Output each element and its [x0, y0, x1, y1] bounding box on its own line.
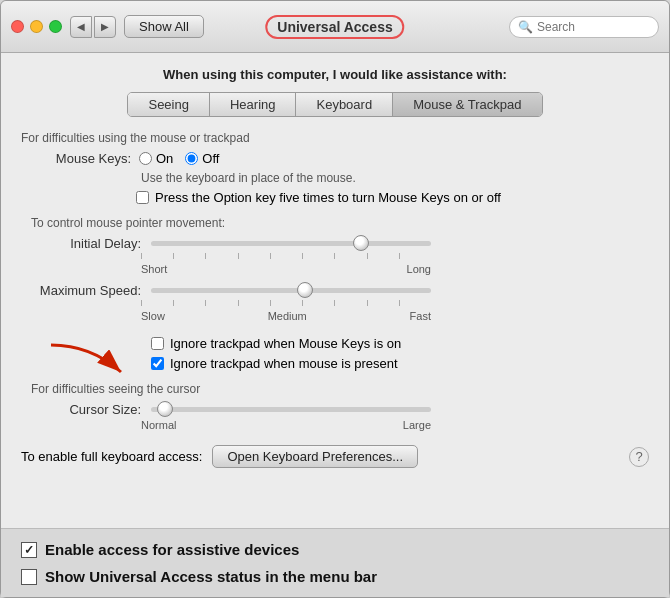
- initial-delay-section: Initial Delay: Short Long: [21, 236, 649, 275]
- cursor-size-thumb[interactable]: [157, 401, 173, 417]
- max-speed-label: Maximum Speed:: [31, 283, 141, 298]
- enable-assistive-row: ✓ Enable access for assistive devices: [21, 541, 649, 558]
- show-status-checkbox[interactable]: [21, 569, 37, 585]
- footer: ✓ Enable access for assistive devices Sh…: [1, 528, 669, 597]
- mouse-keys-on-radio[interactable]: [139, 152, 152, 165]
- mouse-keys-radio-group: On Off: [139, 151, 219, 166]
- ignore-trackpad-present-label: Ignore trackpad when mouse is present: [170, 356, 398, 371]
- initial-delay-track: [151, 241, 431, 246]
- max-speed-medium-label: Medium: [268, 310, 307, 322]
- mouse-keys-row: Mouse Keys: On Off: [21, 151, 649, 166]
- cursor-size-normal-label: Normal: [141, 419, 176, 431]
- help-button[interactable]: ?: [629, 447, 649, 467]
- initial-delay-thumb[interactable]: [353, 235, 369, 251]
- show-status-row: Show Universal Access status in the menu…: [21, 568, 649, 585]
- cursor-size-slider-section: Cursor Size: Normal Large: [21, 402, 649, 431]
- cursor-size-large-label: Large: [403, 419, 431, 431]
- show-status-label: Show Universal Access status in the menu…: [45, 568, 377, 585]
- max-speed-section: Maximum Speed: Slow Medium: [21, 283, 649, 322]
- option-key-row: Press the Option key five times to turn …: [21, 190, 649, 205]
- keyboard-prefs-button[interactable]: Open Keyboard Preferences...: [212, 445, 418, 468]
- initial-delay-row: Initial Delay:: [21, 236, 649, 251]
- max-speed-ticks: [21, 300, 441, 310]
- mouse-keys-section: For difficulties using the mouse or trac…: [21, 131, 649, 210]
- max-speed-thumb[interactable]: [297, 282, 313, 298]
- control-movement-label: To control mouse pointer movement:: [21, 216, 649, 230]
- close-button[interactable]: [11, 20, 24, 33]
- initial-delay-short-label: Short: [141, 263, 167, 275]
- ignore-trackpad-present-checkbox[interactable]: [151, 357, 164, 370]
- mouse-keys-on-option: On: [139, 151, 173, 166]
- ignore-trackpad-mouse-keys-label: Ignore trackpad when Mouse Keys is on: [170, 336, 401, 351]
- section1-title: For difficulties using the mouse or trac…: [21, 131, 649, 145]
- cursor-size-row: Cursor Size:: [21, 402, 649, 417]
- max-speed-slow-label: Slow: [141, 310, 165, 322]
- tab-seeing[interactable]: Seeing: [128, 93, 209, 116]
- mouse-keys-off-label: Off: [202, 151, 219, 166]
- keyboard-prefs-label: To enable full keyboard access:: [21, 449, 202, 464]
- tab-hearing[interactable]: Hearing: [210, 93, 297, 116]
- ignore-trackpad-mouse-keys-checkbox[interactable]: [151, 337, 164, 350]
- mouse-keys-off-radio[interactable]: [185, 152, 198, 165]
- title-area: Universal Access: [265, 19, 404, 35]
- enable-assistive-checkbox[interactable]: ✓: [21, 542, 37, 558]
- traffic-lights: [11, 20, 62, 33]
- hint-text: Use the keyboard in place of the mouse.: [21, 171, 649, 185]
- cursor-size-labels: Normal Large: [21, 419, 441, 431]
- initial-delay-ticks: [21, 253, 441, 263]
- tab-mouse-trackpad[interactable]: Mouse & Trackpad: [393, 93, 541, 116]
- assistance-label: When using this computer, I would like a…: [21, 67, 649, 82]
- ignore-trackpad-area: Ignore trackpad when Mouse Keys is on Ig…: [21, 336, 649, 376]
- initial-delay-long-label: Long: [407, 263, 431, 275]
- max-speed-track: [151, 288, 431, 293]
- mouse-keys-label: Mouse Keys:: [31, 151, 131, 166]
- search-input[interactable]: [537, 20, 650, 34]
- minimize-button[interactable]: [30, 20, 43, 33]
- cursor-size-track: [151, 407, 431, 412]
- search-box: 🔍: [509, 16, 659, 38]
- initial-delay-labels: Short Long: [21, 263, 441, 275]
- tab-group: Seeing Hearing Keyboard Mouse & Trackpad: [127, 92, 542, 117]
- titlebar: ◀ ▶ Show All Universal Access 🔍: [1, 1, 669, 53]
- show-all-button[interactable]: Show All: [124, 15, 204, 38]
- search-icon: 🔍: [518, 20, 533, 34]
- tabs: Seeing Hearing Keyboard Mouse & Trackpad: [21, 92, 649, 117]
- main-window: ◀ ▶ Show All Universal Access 🔍 When usi…: [0, 0, 670, 598]
- window-title: Universal Access: [265, 15, 404, 39]
- cursor-size-section: For difficulties seeing the cursor Curso…: [21, 382, 649, 439]
- mouse-keys-off-option: Off: [185, 151, 219, 166]
- max-speed-row: Maximum Speed:: [21, 283, 649, 298]
- max-speed-fast-label: Fast: [410, 310, 431, 322]
- option-key-checkbox[interactable]: [136, 191, 149, 204]
- tab-keyboard[interactable]: Keyboard: [296, 93, 393, 116]
- option-key-label: Press the Option key five times to turn …: [155, 190, 501, 205]
- keyboard-prefs-row: To enable full keyboard access: Open Key…: [21, 445, 649, 468]
- red-arrow-icon: [41, 340, 136, 385]
- max-speed-labels: Slow Medium Fast: [21, 310, 441, 322]
- mouse-keys-on-label: On: [156, 151, 173, 166]
- back-button[interactable]: ◀: [70, 16, 92, 38]
- maximize-button[interactable]: [49, 20, 62, 33]
- cursor-size-label: Cursor Size:: [31, 402, 141, 417]
- initial-delay-label: Initial Delay:: [31, 236, 141, 251]
- pointer-movement-section: To control mouse pointer movement: Initi…: [21, 216, 649, 330]
- forward-button[interactable]: ▶: [94, 16, 116, 38]
- content-area: When using this computer, I would like a…: [1, 53, 669, 528]
- nav-arrows: ◀ ▶: [70, 16, 116, 38]
- enable-assistive-label: Enable access for assistive devices: [45, 541, 299, 558]
